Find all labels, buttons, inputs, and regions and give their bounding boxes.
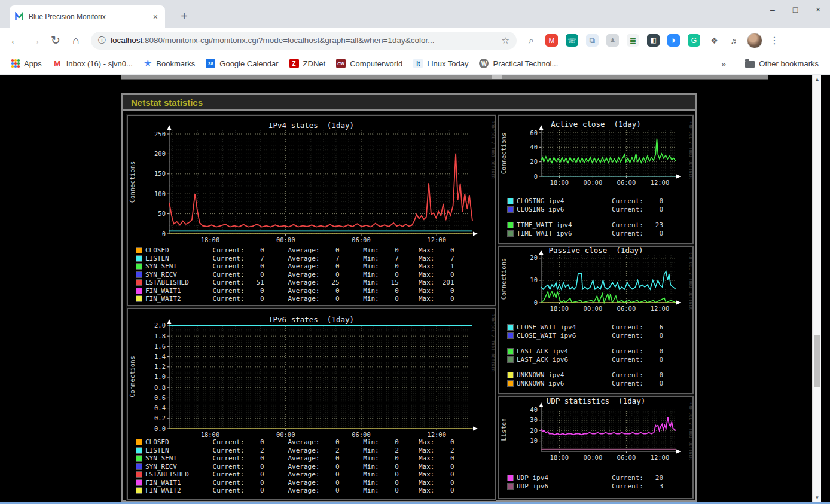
legend-color-swatch — [508, 333, 513, 338]
bookmark-item[interactable]: MInbox (16) - sjvn0... — [53, 59, 133, 68]
svg-text:12:00: 12:00 — [427, 431, 446, 438]
scrollbar-up-arrow-icon[interactable]: ▲ — [813, 75, 822, 84]
legend-color-swatch — [136, 288, 142, 294]
bookmark-label: Inbox (16) - sjvn0... — [66, 59, 133, 68]
other-bookmarks-button[interactable]: Other bookmarks — [745, 59, 819, 68]
legend-color-swatch — [508, 231, 513, 236]
voice-extension-icon[interactable]: ☏ — [566, 34, 578, 47]
svg-text:0: 0 — [534, 299, 538, 306]
legend-row: FIN_WAIT1 Current: 0 Average: 0 Min: 0 M… — [136, 479, 454, 487]
legend-color-swatch — [136, 280, 142, 285]
legend-text: SYN_RECV Current: 0 Average: 0 Min: 0 Ma… — [145, 463, 454, 471]
passive-close-panel: 18:0000:0006:0012:0001020Passive close (… — [498, 246, 694, 394]
zoom-camera-extension-icon[interactable]: ⏵ — [667, 34, 680, 47]
bookmark-item[interactable]: ltLinux Today — [413, 59, 468, 68]
tab-title: Blue Precision Monitorix — [29, 13, 151, 21]
legend-row: LISTEN Current: 7 Average: 7 Min: 7 Max:… — [136, 255, 454, 263]
dark-extension-icon[interactable]: ◧ — [647, 34, 660, 47]
forward-icon[interactable]: → — [25, 34, 45, 47]
bookmark-favicon: lt — [413, 59, 423, 68]
tab-strip: Blue Precision Monitorix × + – □ × — [0, 0, 830, 28]
svg-text:0.6: 0.6 — [154, 394, 166, 401]
bookmark-item[interactable]: ZZDNet — [289, 59, 326, 68]
svg-text:00:00: 00:00 — [276, 431, 295, 438]
y-axis-label: Connections — [500, 133, 507, 175]
profile-avatar[interactable] — [747, 33, 762, 48]
window-maximize-button[interactable]: □ — [791, 5, 800, 14]
svg-text:00:00: 00:00 — [584, 305, 603, 312]
window-minimize-button[interactable]: – — [768, 5, 777, 14]
new-tab-button[interactable]: + — [176, 8, 193, 25]
tab-close-icon[interactable]: × — [151, 12, 160, 22]
scrollbar-thumb[interactable] — [814, 335, 820, 387]
legend-row: CLOSE_WAIT ipv4 Current: 6 — [508, 323, 663, 332]
legend-text: CLOSED Current: 0 Average: 0 Min: 0 Max:… — [145, 246, 454, 254]
legend-text: TIME_WAIT ipv4 Current: 23 — [517, 221, 663, 229]
address-bar[interactable]: ⓘ localhost:8080/monitorix-cgi/monitorix… — [91, 32, 517, 50]
gmail-extension-icon[interactable]: M — [545, 34, 558, 47]
bookmark-item[interactable]: ★Bookmarks — [144, 59, 195, 68]
previous-section-bottom-edge — [121, 75, 768, 80]
legend-color-swatch — [136, 248, 142, 253]
series-LAST_ACK ipv4 — [541, 292, 676, 303]
y-axis-label: Connections — [129, 356, 136, 398]
legend-color-swatch — [508, 381, 513, 386]
svg-text:10: 10 — [530, 437, 538, 444]
legend-text: FIN_WAIT2 Current: 0 Average: 0 Min: 0 M… — [145, 487, 454, 494]
chart-title: Active close (1day) — [551, 120, 641, 129]
legend-text: TIME_WAIT ipv6 Current: 0 — [517, 230, 663, 237]
back-icon[interactable]: ← — [5, 34, 25, 47]
legend-row: UNKNOWN ipv4 Current: 0 — [508, 371, 663, 380]
legend-gap — [508, 364, 663, 371]
bookmark-label: Computerworld — [350, 59, 402, 68]
legend-color-swatch — [508, 372, 513, 378]
svg-text:150: 150 — [154, 170, 166, 177]
legend-text: CLOSED Current: 0 Average: 0 Min: 0 Max:… — [145, 438, 454, 446]
bookmark-item[interactable]: CWComputerworld — [336, 59, 402, 68]
chart-title: Passive close (1day) — [548, 247, 643, 255]
playlist-extension-icon[interactable]: ♬ — [728, 34, 741, 47]
browser-tab[interactable]: Blue Precision Monitorix × — [10, 5, 165, 28]
legend-color-swatch — [508, 484, 513, 489]
bookmark-item[interactable]: 28Google Calendar — [206, 59, 278, 68]
bookmark-star-icon[interactable]: ☆ — [502, 35, 509, 46]
bookmark-label: Bookmarks — [156, 59, 195, 68]
bookmark-item[interactable]: Apps — [11, 59, 42, 68]
legend-text: UDP ipv6 Current: 3 — [517, 482, 663, 490]
home-icon[interactable]: ⌂ — [66, 34, 86, 47]
page-scrollbar[interactable]: ▲ ▼ — [812, 75, 821, 502]
search-extension-icon[interactable]: ⌕ — [525, 34, 538, 47]
grammarly-extension-icon[interactable]: G — [688, 34, 700, 47]
bookmarks-overflow-button[interactable]: » — [715, 59, 732, 69]
svg-text:200: 200 — [154, 150, 166, 157]
puzzle-extensions-icon[interactable]: ❖ — [708, 34, 721, 47]
bookmark-favicon: M — [53, 59, 62, 68]
apps-grid-icon — [11, 59, 20, 68]
legend-row: LAST_ACK ipv4 Current: 0 — [508, 347, 663, 356]
svg-text:06:00: 06:00 — [352, 431, 371, 438]
svg-text:40: 40 — [530, 406, 538, 413]
y-axis-label: Listen — [500, 419, 507, 441]
legend-color-swatch — [508, 349, 513, 354]
url-text[interactable]: localhost:8080/monitorix-cgi/monitorix.c… — [111, 36, 497, 45]
bookmark-item[interactable]: WPractical Technol... — [479, 59, 558, 68]
passive-close-legend: CLOSE_WAIT ipv4 Current: 6CLOSE_WAIT ipv… — [508, 323, 663, 387]
reload-icon[interactable]: ↻ — [45, 33, 66, 47]
scrollbar-down-arrow-icon[interactable]: ▼ — [813, 493, 822, 502]
books-extension-icon[interactable]: ≣ — [627, 34, 639, 47]
legend-color-swatch — [136, 456, 142, 461]
legend-text: ESTABLISHED Current: 51 Average: 25 Min:… — [145, 279, 454, 286]
page-info-icon[interactable]: ⓘ — [98, 35, 106, 46]
legend-row: SYN_RECV Current: 0 Average: 0 Min: 0 Ma… — [136, 271, 454, 279]
svg-text:2.0: 2.0 — [154, 322, 166, 329]
svg-text:0: 0 — [534, 173, 538, 180]
people-extension-icon[interactable]: ♟ — [606, 34, 619, 47]
bookmark-label: ZDNet — [303, 59, 326, 68]
legend-text: FIN_WAIT2 Current: 0 Average: 0 Min: 0 M… — [145, 295, 454, 303]
copy-extension-icon[interactable]: ⧉ — [586, 34, 599, 47]
rrdtool-watermark: RRDTOOL / TOBI OETIKER — [688, 402, 692, 460]
browser-menu-icon[interactable]: ⋮ — [770, 35, 779, 46]
legend-row: ESTABLISHED Current: 0 Average: 0 Min: 0… — [136, 471, 454, 479]
legend-color-swatch — [508, 207, 513, 212]
window-close-button[interactable]: × — [813, 5, 823, 14]
